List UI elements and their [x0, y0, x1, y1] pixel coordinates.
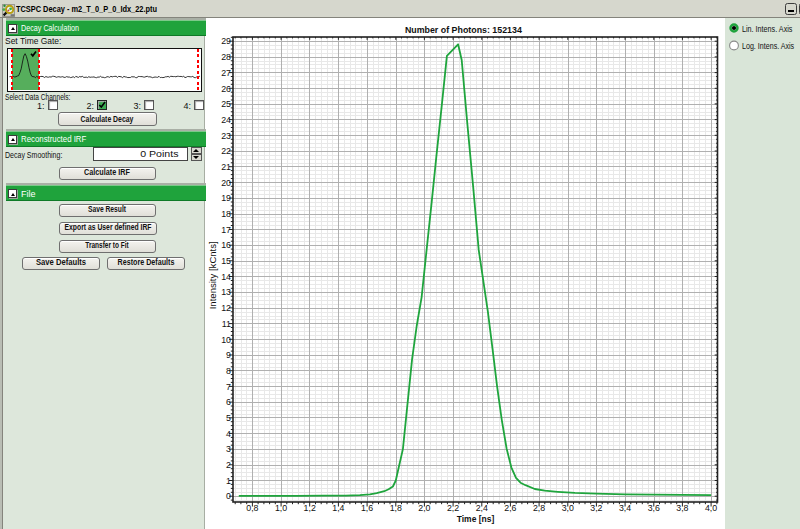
svg-text:17: 17	[221, 225, 231, 235]
svg-text:1,4: 1,4	[332, 503, 344, 513]
svg-text:15: 15	[221, 256, 231, 266]
svg-text:5: 5	[226, 413, 231, 423]
svg-text:Intensity [kCnts]: Intensity [kCnts]	[208, 241, 218, 309]
svg-text:28: 28	[221, 52, 231, 62]
svg-text:0,8: 0,8	[246, 503, 258, 513]
svg-text:18: 18	[221, 209, 231, 219]
svg-text:20: 20	[221, 178, 231, 188]
svg-text:8: 8	[226, 366, 231, 376]
svg-text:13: 13	[221, 287, 231, 297]
svg-text:3,8: 3,8	[676, 503, 688, 513]
svg-text:2,2: 2,2	[447, 503, 459, 513]
svg-text:0: 0	[226, 491, 231, 501]
svg-text:14: 14	[221, 272, 231, 282]
svg-text:10: 10	[221, 335, 231, 345]
svg-text:2,4: 2,4	[476, 503, 488, 513]
svg-text:3,2: 3,2	[590, 503, 602, 513]
svg-text:2,0: 2,0	[418, 503, 430, 513]
svg-text:3,4: 3,4	[619, 503, 631, 513]
svg-text:25: 25	[221, 99, 231, 109]
svg-text:Number of Photons: 152134: Number of Photons: 152134	[405, 25, 523, 35]
svg-text:3,0: 3,0	[562, 503, 574, 513]
svg-text:2,8: 2,8	[533, 503, 545, 513]
svg-text:6: 6	[226, 397, 231, 407]
svg-text:24: 24	[221, 115, 231, 125]
svg-text:2: 2	[226, 460, 231, 470]
svg-text:1,2: 1,2	[304, 503, 316, 513]
svg-text:9: 9	[226, 350, 231, 360]
svg-text:3: 3	[226, 444, 231, 454]
svg-text:23: 23	[221, 131, 231, 141]
svg-text:7: 7	[226, 382, 231, 392]
svg-text:22: 22	[221, 146, 231, 156]
svg-text:4,0: 4,0	[705, 503, 717, 513]
svg-text:Time [ns]: Time [ns]	[457, 514, 495, 524]
svg-text:16: 16	[221, 240, 231, 250]
svg-text:12: 12	[221, 303, 231, 313]
svg-text:27: 27	[221, 68, 231, 78]
svg-text:1,6: 1,6	[361, 503, 373, 513]
svg-text:1,8: 1,8	[390, 503, 402, 513]
svg-text:2,6: 2,6	[504, 503, 516, 513]
svg-text:21: 21	[221, 162, 231, 172]
svg-text:11: 11	[222, 319, 231, 329]
svg-text:1,0: 1,0	[275, 503, 287, 513]
svg-text:3,6: 3,6	[648, 503, 660, 513]
svg-text:26: 26	[221, 84, 231, 94]
svg-text:1: 1	[226, 476, 231, 486]
svg-text:4: 4	[226, 429, 231, 439]
svg-text:19: 19	[221, 193, 231, 203]
svg-text:29: 29	[221, 36, 231, 46]
